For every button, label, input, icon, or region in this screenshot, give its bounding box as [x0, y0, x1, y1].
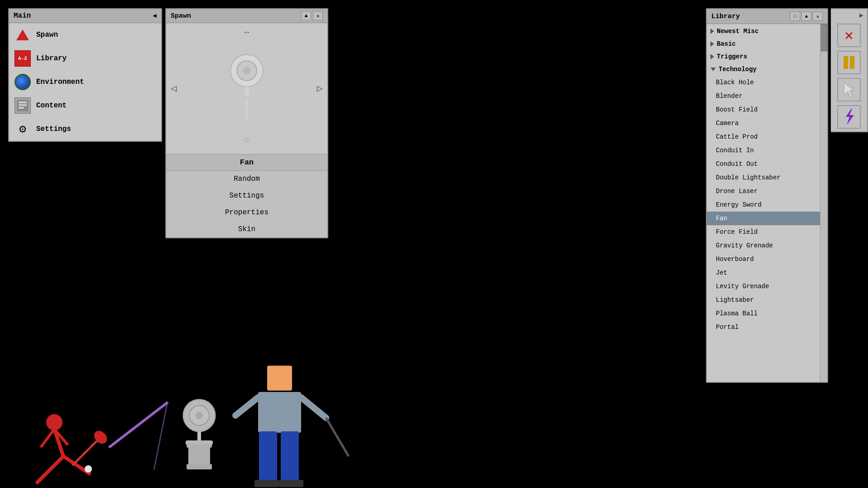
library-label: Library	[36, 54, 67, 63]
stickman-group	[235, 366, 349, 487]
ground-ball	[85, 465, 92, 473]
category-newest-misc-label: Newest Misc	[717, 28, 758, 35]
svg-rect-32	[187, 464, 212, 469]
library-item-jet[interactable]: Jet	[707, 266, 820, 280]
library-item-levity-grenade[interactable]: Levity Grenade	[707, 280, 820, 293]
toolbar-close-button[interactable]: ✕	[837, 24, 861, 47]
toolbar-lightning-button[interactable]	[837, 105, 861, 129]
library-item-blender[interactable]: Blender	[707, 89, 820, 103]
library-item-cattle-prod[interactable]: Cattle Prod	[707, 130, 820, 144]
library-item-portal[interactable]: Portal	[707, 320, 820, 334]
content-icon	[14, 97, 31, 114]
category-expand-icon	[710, 29, 714, 34]
spawn-skin-button[interactable]: Skin	[166, 221, 327, 237]
spawn-close-button[interactable]: ✕	[313, 11, 323, 20]
library-item-energy-sword[interactable]: Energy Sword	[707, 198, 820, 212]
sidebar-item-settings[interactable]: ⚙ Settings	[9, 117, 161, 141]
right-toolbar-collapse[interactable]: ►	[859, 12, 863, 20]
library-category-triggers[interactable]: Triggers	[707, 50, 820, 63]
library-item-force-field[interactable]: Force Field	[707, 225, 820, 239]
svg-line-20	[72, 438, 100, 465]
svg-point-6	[243, 67, 250, 74]
main-panel-collapse[interactable]: ◄	[153, 12, 157, 19]
library-pin-button[interactable]: □	[790, 12, 800, 21]
settings-icon: ⚙	[14, 121, 31, 137]
library-item-lightsaber[interactable]: Lightsaber	[707, 293, 820, 307]
library-category-technology[interactable]: Technology	[707, 63, 820, 76]
sidebar-item-library[interactable]: A-Z Library	[9, 47, 161, 70]
library-controls: □ ▲ ✕	[790, 12, 823, 21]
svg-line-22	[109, 402, 168, 447]
environment-label: Environment	[36, 78, 84, 86]
library-item-conduit-in[interactable]: Conduit In	[707, 144, 820, 157]
svg-line-36	[301, 397, 326, 418]
spawn-minimize-button[interactable]: ▲	[301, 11, 311, 20]
ground-fan-group	[183, 400, 215, 469]
library-item-black-hole[interactable]: Black Hole	[707, 76, 820, 89]
library-body: Newest Misc Basic Triggers Technology Bl…	[707, 24, 827, 382]
category-basic-label: Basic	[717, 40, 736, 48]
svg-rect-33	[267, 366, 292, 391]
svg-marker-13	[846, 109, 854, 125]
spawn-settings-button[interactable]: Settings	[166, 188, 327, 204]
toolbar-cursor-button[interactable]	[837, 78, 861, 101]
spawn-preview-area: ↔ ◁ ▷ ☆	[166, 23, 327, 155]
library-item-conduit-out[interactable]: Conduit Out	[707, 157, 820, 171]
library-items-list: Newest Misc Basic Triggers Technology Bl…	[707, 24, 820, 335]
svg-rect-1	[19, 101, 27, 103]
svg-rect-39	[281, 431, 299, 483]
library-item-double-lightsaber[interactable]: Double Lightsaber	[707, 171, 820, 184]
library-close-button[interactable]: ✕	[813, 12, 823, 21]
svg-point-27	[196, 412, 203, 419]
library-item-camera[interactable]: Camera	[707, 116, 820, 130]
sidebar-item-content[interactable]: Content	[9, 94, 161, 117]
spawn-window-title: Spawn	[171, 12, 191, 20]
svg-line-14	[36, 456, 63, 483]
svg-line-37	[326, 418, 349, 456]
library-item-drone-laser[interactable]: Drone Laser	[707, 184, 820, 198]
right-toolbar: ► ✕	[831, 8, 868, 132]
category-collapse-icon	[710, 68, 716, 71]
spawn-icon	[14, 27, 31, 43]
category-expand-icon	[710, 54, 714, 59]
svg-rect-41	[279, 480, 303, 487]
pause-icon	[844, 56, 854, 69]
library-titlebar: Library □ ▲ ✕	[707, 9, 827, 24]
library-panel: Library □ ▲ ✕ Newest Misc Basic Triggers	[706, 8, 828, 383]
library-category-basic[interactable]: Basic	[707, 38, 820, 50]
library-item-gravity-grenade[interactable]: Gravity Grenade	[707, 239, 820, 252]
spawn-star-rating[interactable]: ☆	[243, 132, 251, 147]
svg-rect-11	[232, 124, 261, 127]
library-scrollbar[interactable]	[820, 24, 827, 382]
scene-svg	[0, 348, 471, 488]
spawn-window-titlebar: Spawn ▲ ✕	[166, 9, 327, 23]
library-item-plasma-ball[interactable]: Plasma Ball	[707, 307, 820, 320]
left-right-arrow-icon: ↔	[245, 28, 249, 37]
toolbar-pause-button[interactable]	[837, 51, 861, 74]
library-minimize-button[interactable]: ▲	[801, 12, 811, 21]
svg-rect-2	[19, 104, 27, 106]
pause-bar-right	[850, 56, 854, 69]
svg-line-18	[41, 429, 54, 447]
lightning-icon	[842, 108, 856, 126]
close-x-icon: ✕	[844, 26, 853, 44]
main-panel-title: Main	[14, 12, 31, 20]
sidebar-item-environment[interactable]: Environment	[9, 70, 161, 94]
content-label: Content	[36, 101, 67, 110]
environment-icon	[14, 74, 31, 90]
category-triggers-label: Triggers	[717, 53, 747, 60]
pause-bar-left	[844, 56, 848, 69]
spawn-next-button[interactable]: ▷	[317, 82, 323, 95]
library-item-boost-field[interactable]: Boost Field	[707, 103, 820, 116]
library-item-hoverboard[interactable]: Hoverboard	[707, 252, 820, 266]
spawn-prev-button[interactable]: ◁	[171, 82, 177, 95]
library-scrollbar-thumb[interactable]	[821, 24, 827, 51]
sidebar-item-spawn[interactable]: Spawn	[9, 23, 161, 47]
library-item-fan[interactable]: Fan	[707, 212, 820, 225]
spawn-properties-button[interactable]: Properties	[166, 204, 327, 221]
svg-point-17	[46, 414, 62, 430]
category-technology-label: Technology	[719, 66, 757, 73]
spawn-random-button[interactable]: Random	[166, 171, 327, 188]
library-category-newest-misc[interactable]: Newest Misc	[707, 25, 820, 38]
spawn-window-controls: ▲ ✕	[301, 11, 323, 20]
